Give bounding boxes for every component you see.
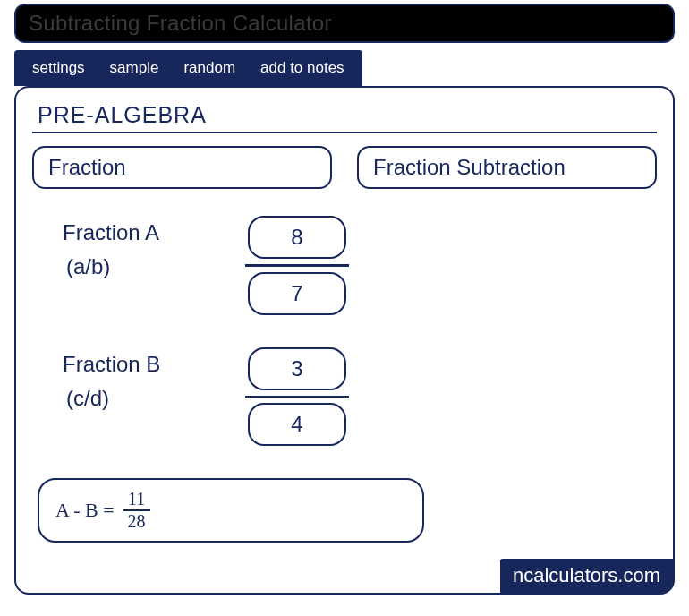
brand-badge[interactable]: ncalculators.com (500, 559, 673, 593)
fraction-a-row: Fraction A (a/b) (63, 216, 657, 315)
tab-add-to-notes[interactable]: add to notes (248, 50, 357, 86)
tab-sample[interactable]: sample (98, 50, 172, 86)
fraction-a-label: Fraction A (a/b) (63, 216, 197, 285)
fraction-b-numerator[interactable] (248, 347, 346, 390)
fraction-b-sublabel: (c/d) (66, 381, 197, 415)
result-numerator: 11 (128, 489, 145, 509)
section-underline (32, 132, 657, 133)
result-lhs: A - B = (55, 499, 115, 522)
result-fraction: 11 28 (123, 489, 150, 532)
fraction-a-denominator[interactable] (248, 272, 346, 315)
fraction-line-icon (245, 264, 349, 267)
result-box: A - B = 11 28 (38, 478, 424, 543)
fraction-a-numerator[interactable] (248, 216, 346, 259)
tabs: settings sample random add to notes (14, 50, 362, 86)
pill-fraction[interactable]: Fraction (32, 146, 332, 189)
tab-random[interactable]: random (171, 50, 248, 86)
fraction-b-label: Fraction B (c/d) (63, 347, 197, 416)
pill-fraction-subtraction[interactable]: Fraction Subtraction (357, 146, 657, 189)
fraction-a-sublabel: (a/b) (66, 250, 197, 284)
pill-row: Fraction Fraction Subtraction (32, 146, 657, 189)
fraction-line-icon (245, 396, 349, 398)
main-panel: PRE-ALGEBRA Fraction Fraction Subtractio… (14, 86, 675, 595)
fraction-a-name: Fraction A (63, 220, 159, 244)
fraction-b-inputs (245, 347, 349, 447)
fraction-b-denominator[interactable] (248, 403, 346, 446)
tab-settings[interactable]: settings (20, 50, 98, 86)
fraction-b-name: Fraction B (63, 352, 160, 376)
title-bar: Subtracting Fraction Calculator (14, 4, 675, 43)
page-title: Subtracting Fraction Calculator (29, 11, 660, 36)
fraction-a-inputs (245, 216, 349, 315)
section-heading: PRE-ALGEBRA (38, 102, 657, 128)
fraction-b-row: Fraction B (c/d) (63, 347, 657, 447)
result-denominator: 28 (128, 511, 146, 532)
